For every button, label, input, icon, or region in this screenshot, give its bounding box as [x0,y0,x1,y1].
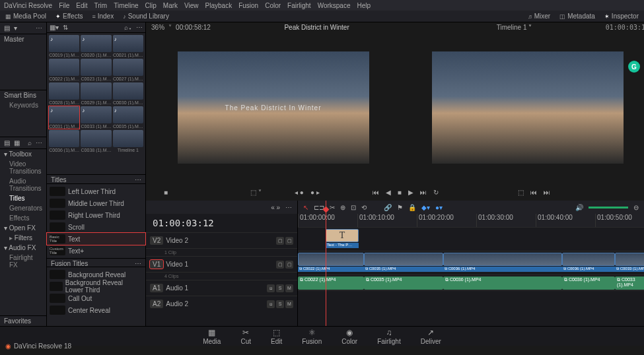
video-clip[interactable] [298,253,364,266]
title-right-lower-third[interactable]: Right Lower Third [47,209,145,221]
track-v2-header[interactable]: V2Video 2▢▢ [146,232,297,248]
clip-thumb[interactable]: ♪C0019 (1).M… [49,35,79,57]
track-v1-header[interactable]: V1Video 1▢▢ [146,256,297,272]
clip-thumb[interactable]: C0038 (1).M… [81,130,111,152]
filters-item[interactable]: ▸ Filters [0,233,46,243]
insert-tool[interactable]: ⊕ [340,204,345,211]
metadata-button[interactable]: ◫ Metadata [557,12,598,20]
toolbox-effects[interactable]: Effects [0,213,46,223]
track-v1[interactable] [298,251,644,267]
track-a2[interactable] [298,290,644,306]
audio-clip[interactable]: ⧉ C0035 (1).MP4 [364,276,443,290]
clip-thumb[interactable]: C0027 (1).M… [113,59,143,81]
sound-library-button[interactable]: ♪ Sound Library [120,12,172,20]
menu-fairlight[interactable]: Fairlight [287,2,311,9]
title-left-lower-third[interactable]: Left Lower Third [47,185,145,197]
next-mark-icon[interactable]: ● ▸ [310,189,320,196]
bin-dots-icon[interactable]: ⋯ [36,24,42,32]
fairlightfx-item[interactable]: Fairlight FX [0,253,46,270]
tl-dots-icon[interactable]: ⋯ [285,204,292,211]
track-v1-lock[interactable]: ▢ [276,261,284,269]
master-bin[interactable]: Master [0,34,46,44]
fx-list-icon[interactable]: ▤ [4,139,10,146]
toolbox-audio-transitions[interactable]: Audio Transitions [0,176,46,193]
menu-edit[interactable]: Edit [76,2,87,9]
bin-list-icon[interactable]: ▤ [4,24,10,32]
keywords-bin[interactable]: Keywords [0,100,46,110]
clip-thumb[interactable]: C0036 (1).M… [49,130,79,152]
track-a1[interactable]: ⧉ C0022 (1).MP4⧉ C0035 (1).MP4⧉ C0036 (1… [298,274,644,290]
menu-fusion[interactable]: Fusion [238,2,258,9]
play-button[interactable]: ▶ [408,189,413,196]
clip-thumb[interactable]: ♪C0020 (1).M… [81,35,111,57]
menu-color[interactable]: Color [265,2,281,9]
toolbox-header[interactable]: ▾ Toolbox [0,149,46,159]
track-a2-header[interactable]: A2Audio 2⧈SM [146,296,297,311]
timeline-viewer[interactable] [400,32,644,183]
page-fairlight[interactable]: ♫Fairlight [377,328,401,345]
source-zoom[interactable]: 36% ˅ 00:00:58:12 [151,24,211,31]
mixer-button[interactable]: ♬ Mixer [525,12,553,20]
smart-bins-header[interactable]: Smart Bins [0,90,46,100]
page-edit[interactable]: ⬚Edit [271,328,282,345]
page-color[interactable]: ◉Color [341,328,357,345]
openfx-header[interactable]: ▾ Open FX [0,223,46,233]
page-cut[interactable]: ✂Cut [240,328,251,345]
tl-opts-icon[interactable]: « » [271,204,280,211]
clip-thumb[interactable]: Timeline 1 [113,130,143,152]
timeline-timecode[interactable]: 01:00:03:12 [146,214,297,232]
blade-tool[interactable]: ✂ [330,204,335,211]
mode-icon[interactable]: ⬚ ˅ [250,189,262,196]
flag-icon[interactable]: ⚑ [397,204,403,211]
marker2-icon[interactable]: ●▾ [435,204,443,211]
volume-icon[interactable]: 🔊 [575,204,583,211]
fx-dots-icon[interactable]: ⋯ [36,139,42,146]
clip-thumb[interactable]: C0030 (1).M… [113,82,143,105]
title-middle-lower-third[interactable]: Middle Lower Third [47,197,145,209]
menu-trim[interactable]: Trim [94,2,108,9]
timeline-title[interactable]: Timeline 1 ˅ [497,24,532,31]
grammarly-icon[interactable]: G [628,61,640,73]
page-fusion[interactable]: ⚛Fusion [302,328,322,345]
inspector-button[interactable]: ✶ Inspector [602,12,641,20]
menu-clip[interactable]: Clip [145,2,157,9]
video-clip[interactable] [562,253,615,266]
clip-view-icon[interactable]: ▦▾ [50,24,59,31]
prev-frame-button[interactable]: ◀ [386,189,391,196]
audio-clip[interactable]: ⧉ C0036 (1).MP4 [562,276,615,290]
loop-button[interactable]: ↻ [433,189,439,196]
audiofx-header[interactable]: ▾ Audio FX [0,243,46,253]
last-button[interactable]: ⏭ [544,189,550,196]
menu-view[interactable]: View [184,2,199,9]
audio-clip[interactable]: ⧉ C0022 (1).MP4 [298,276,364,290]
track-v2[interactable]: T [298,227,644,243]
fx-thumb-icon[interactable]: ▦ [14,139,20,146]
link-icon[interactable]: 🔗 [384,204,392,211]
next-frame-button[interactable]: ⏭ [420,189,427,196]
menu-mark[interactable]: Mark [163,2,178,9]
menu-file[interactable]: File [59,2,69,9]
marker-blue-icon[interactable]: ◆▾ [421,204,430,211]
effects-button[interactable]: ✦ Effects [53,12,85,20]
track-a1-header[interactable]: A1Audio 1⧈SM [146,280,297,296]
fusion-center-reveal[interactable]: Center Reveal [47,304,145,316]
audio-clip[interactable]: ⧉ C0033 (1).MP4 [615,276,644,290]
app-logo-icon[interactable]: ◉ [5,342,11,350]
stop-icon[interactable]: ■ [164,189,168,196]
clip-thumb[interactable]: C0022 (1).M… [49,59,79,81]
toolbox-generators[interactable]: Generators [0,203,46,213]
track-v2-lock[interactable]: ▢ [276,237,284,245]
overwrite-tool[interactable]: ⊡ [351,204,356,211]
fusion-background-reveal-lower-third[interactable]: Background Reveal Lower Third [47,280,145,292]
title-scroll[interactable]: Scroll [47,221,145,233]
fusion-call-out[interactable]: Call Out [47,292,145,304]
track-v2-mute[interactable]: ▢ [285,237,293,245]
page-media[interactable]: ▦Media [203,328,221,345]
audio-clip[interactable]: ⧉ C0036 (1).MP4 [443,276,562,290]
menu-timeline[interactable]: Timeline [114,2,138,9]
clip-thumb[interactable]: ♪C0035 (1).M… [113,106,143,129]
clip-dots-icon[interactable]: ⋯ [136,24,143,31]
clip-thumb[interactable]: C0029 (1).M… [81,82,111,105]
first-frame-button[interactable]: ⏮ [373,189,379,196]
clip-thumb[interactable]: ♪C0021 (1).M… [113,35,143,57]
